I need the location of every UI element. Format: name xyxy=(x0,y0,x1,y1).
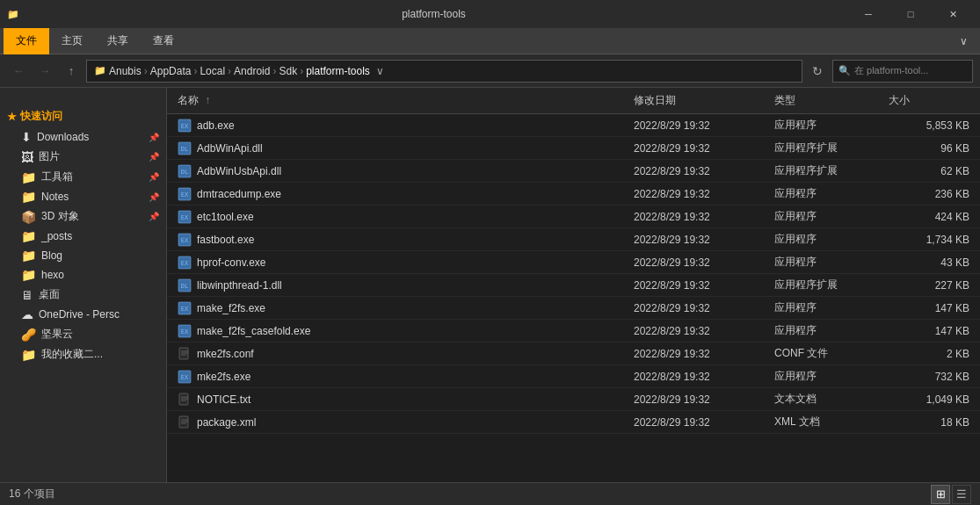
svg-rect-20 xyxy=(179,348,188,359)
tab-share[interactable]: 共享 xyxy=(95,28,141,54)
table-row[interactable]: package.xml 2022/8/29 19:32 XML 文档 18 KB xyxy=(167,411,980,434)
blog-icon: 📁 xyxy=(21,249,36,263)
pictures-icon: 🖼 xyxy=(21,150,33,164)
file-name: AdbWinUsbApi.dll xyxy=(197,165,281,177)
quick-access-header[interactable]: ★ 快速访问 xyxy=(0,105,166,127)
up-button[interactable]: ↑ xyxy=(60,60,83,83)
file-icon: EX xyxy=(178,233,192,247)
file-name: etc1tool.exe xyxy=(197,211,254,223)
desktop-icon: 🖥 xyxy=(21,288,33,302)
svg-text:DL: DL xyxy=(181,283,188,290)
table-row[interactable]: DL AdbWinUsbApi.dll 2022/8/29 19:32 应用程序… xyxy=(167,160,980,183)
tab-view[interactable]: 查看 xyxy=(141,28,186,54)
tab-file[interactable]: 文件 xyxy=(4,28,49,54)
file-type: 应用程序扩展 xyxy=(771,139,885,157)
sidebar-item-posts[interactable]: 📁 _posts xyxy=(0,227,166,246)
sidebar-item-3dobjects[interactable]: 📦 3D 对象 📌 xyxy=(0,206,166,227)
close-button[interactable]: ✕ xyxy=(933,0,973,28)
forward-button[interactable]: → xyxy=(33,60,56,83)
table-row[interactable]: EX mke2fs.exe 2022/8/29 19:32 应用程序 732 K… xyxy=(167,365,980,388)
file-modified: 2022/8/29 19:32 xyxy=(630,232,771,248)
file-modified: 2022/8/29 19:32 xyxy=(630,415,771,430)
table-row[interactable]: mke2fs.conf 2022/8/29 19:32 CONF 文件 2 KB xyxy=(167,343,980,365)
table-row[interactable]: EX fastboot.exe 2022/8/29 19:32 应用程序 1,7… xyxy=(167,228,980,251)
ribbon-expand-icon[interactable]: ∨ xyxy=(951,35,976,47)
file-modified: 2022/8/29 19:32 xyxy=(630,118,771,133)
file-icon: EX xyxy=(178,301,192,315)
address-bar: ← → ↑ 📁 Anubis › AppData › Local › Andro… xyxy=(0,54,980,88)
sidebar-item-label: 坚果云 xyxy=(41,327,73,342)
sidebar-item-onedrive[interactable]: ☁ OneDrive - Persc xyxy=(0,305,166,324)
svg-text:EX: EX xyxy=(181,123,189,130)
minimize-button[interactable]: ─ xyxy=(848,0,889,28)
table-row[interactable]: EX make_f2fs_casefold.exe 2022/8/29 19:3… xyxy=(167,320,980,343)
sidebar-item-hexo[interactable]: 📁 hexo xyxy=(0,265,166,285)
file-type: CONF 文件 xyxy=(771,344,885,363)
search-box[interactable]: 🔍 在 platform-tool... xyxy=(832,60,973,83)
file-icon: EX xyxy=(178,210,192,224)
table-row[interactable]: EX etc1tool.exe 2022/8/29 19:32 应用程序 424… xyxy=(167,206,980,228)
file-name: libwinpthread-1.dll xyxy=(197,279,282,292)
column-name[interactable]: 名称 ↑ xyxy=(174,91,630,110)
file-modified: 2022/8/29 19:32 xyxy=(630,369,771,385)
view-list-button[interactable]: ☰ xyxy=(952,485,971,504)
refresh-button[interactable]: ↻ xyxy=(806,60,829,83)
table-row[interactable]: EX make_f2fs.exe 2022/8/29 19:32 应用程序 14… xyxy=(167,297,980,320)
table-row[interactable]: DL AdbWinApi.dll 2022/8/29 19:32 应用程序扩展 … xyxy=(167,137,980,160)
sidebar-item-label: 图片 xyxy=(39,149,60,164)
file-name: make_f2fs_casefold.exe xyxy=(197,325,310,337)
breadcrumb-anubis[interactable]: Anubis xyxy=(109,65,142,77)
breadcrumb-sdk[interactable]: Sdk xyxy=(279,65,297,77)
breadcrumb-android[interactable]: Android xyxy=(234,65,270,77)
sort-arrow-icon: ↑ xyxy=(205,94,210,106)
file-icon: EX xyxy=(178,370,192,384)
tab-home[interactable]: 主页 xyxy=(49,28,95,54)
file-size: 424 KB xyxy=(885,209,973,225)
file-icon: EX xyxy=(178,119,192,133)
breadcrumb-platform-tools[interactable]: platform-tools xyxy=(306,65,370,77)
mypc-icon: 📁 xyxy=(21,348,36,362)
file-size: 62 KB xyxy=(885,163,973,179)
location-icon: 📁 xyxy=(94,65,106,77)
notes-icon: 📁 xyxy=(21,190,36,204)
file-modified: 2022/8/29 19:32 xyxy=(630,209,771,225)
table-row[interactable]: EX adb.exe 2022/8/29 19:32 应用程序 5,853 KB xyxy=(167,114,980,137)
breadcrumb-local[interactable]: Local xyxy=(200,65,225,77)
column-size[interactable]: 大小 xyxy=(885,91,973,110)
back-button[interactable]: ← xyxy=(7,60,30,83)
sidebar-item-downloads[interactable]: ⬇ Downloads 📌 xyxy=(0,127,166,147)
toolbox-icon: 📁 xyxy=(21,170,36,184)
sidebar-item-desktop[interactable]: 🖥 桌面 xyxy=(0,285,166,305)
file-modified: 2022/8/29 19:32 xyxy=(630,323,771,339)
sidebar-item-pictures[interactable]: 🖼 图片 📌 xyxy=(0,147,166,167)
onedrive-icon: ☁ xyxy=(21,307,33,321)
breadcrumb[interactable]: 📁 Anubis › AppData › Local › Android › S… xyxy=(86,60,802,83)
pin-icon: 📌 xyxy=(149,212,159,221)
3dobjects-icon: 📦 xyxy=(21,210,36,224)
file-size: 18 KB xyxy=(885,415,973,430)
breadcrumb-dropdown-icon[interactable]: ∨ xyxy=(376,65,384,77)
sidebar-item-jianyun[interactable]: 🥜 坚果云 xyxy=(0,324,166,344)
maximize-button[interactable]: □ xyxy=(890,0,931,28)
file-name: adb.exe xyxy=(197,119,235,132)
svg-text:EX: EX xyxy=(181,374,189,381)
file-icon: DL xyxy=(178,164,192,178)
table-row[interactable]: DL libwinpthread-1.dll 2022/8/29 19:32 应… xyxy=(167,274,980,297)
column-modified[interactable]: 修改日期 xyxy=(630,91,771,110)
sidebar-item-notes[interactable]: 📁 Notes 📌 xyxy=(0,187,166,206)
sidebar-item-mypc[interactable]: 📁 我的收藏二... xyxy=(0,344,166,364)
sidebar-item-toolbox[interactable]: 📁 工具箱 📌 xyxy=(0,167,166,187)
file-type: 应用程序 xyxy=(771,299,885,317)
file-type: 应用程序扩展 xyxy=(771,162,885,180)
file-type: 应用程序扩展 xyxy=(771,276,885,294)
sidebar-item-blog[interactable]: 📁 Blog xyxy=(0,246,166,265)
breadcrumb-appdata[interactable]: AppData xyxy=(150,65,192,77)
table-row[interactable]: EX hprof-conv.exe 2022/8/29 19:32 应用程序 4… xyxy=(167,251,980,274)
file-type: 应用程序 xyxy=(771,367,885,386)
file-icon: EX xyxy=(178,324,192,338)
sidebar-item-label: Notes xyxy=(41,191,69,203)
table-row[interactable]: EX dmtracedump.exe 2022/8/29 19:32 应用程序 … xyxy=(167,183,980,206)
table-row[interactable]: NOTICE.txt 2022/8/29 19:32 文本文档 1,049 KB xyxy=(167,388,980,411)
view-grid-button[interactable]: ⊞ xyxy=(931,485,950,504)
column-type[interactable]: 类型 xyxy=(771,91,885,110)
